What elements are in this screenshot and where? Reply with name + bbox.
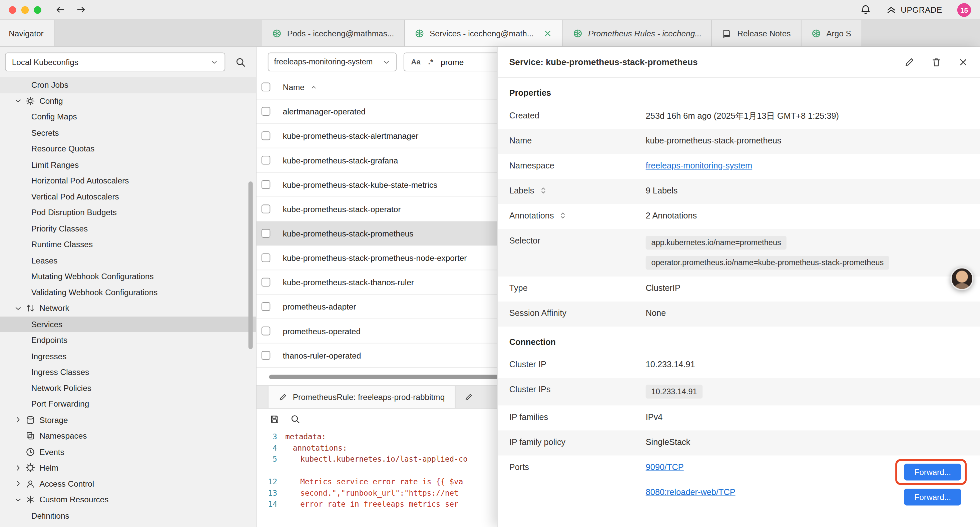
row-checkbox[interactable] — [261, 204, 270, 213]
namespace-link[interactable]: freeleaps-monitoring-system — [646, 161, 752, 170]
row-checkbox[interactable] — [261, 302, 270, 311]
maximize-window-button[interactable] — [34, 6, 41, 14]
property-value: 10.233.14.91 — [646, 385, 969, 399]
editor-tab-prometheusrule[interactable]: PrometheusRule: freeleaps-prod-rabbitmq — [268, 386, 455, 408]
sidebar-item-namespaces[interactable]: Namespaces — [0, 428, 256, 444]
name-column-header[interactable]: Name — [283, 83, 305, 92]
close-drawer-icon[interactable] — [958, 57, 969, 67]
sidebar-item-network-policies[interactable]: Network Policies — [0, 380, 256, 396]
sidebar-search-icon[interactable] — [235, 57, 246, 67]
edit-icon[interactable] — [904, 57, 915, 67]
property-value: 2 Annotations — [646, 211, 969, 220]
line-number: 4 — [256, 442, 285, 454]
forward-icon[interactable] — [76, 4, 86, 15]
sidebar-item-priority-classes[interactable]: Priority Classes — [0, 220, 256, 236]
line-number: 3 — [256, 431, 285, 442]
editor-search-icon[interactable] — [290, 414, 300, 424]
sidebar-item-vertical-pod-autoscalers[interactable]: Vertical Pod Autoscalers — [0, 189, 256, 205]
sidebar-item-config-maps[interactable]: Config Maps — [0, 109, 256, 125]
close-icon[interactable] — [543, 29, 552, 38]
sidebar-item-pod-disruption-budgets[interactable]: Pod Disruption Budgets — [0, 204, 256, 220]
sidebar-item-limit-ranges[interactable]: Limit Ranges — [0, 157, 256, 173]
property-list: Cluster IP10.233.14.91Cluster IPs10.233.… — [498, 353, 980, 513]
sidebar-item-mutating-webhook-configurations[interactable]: Mutating Webhook Configurations — [0, 269, 256, 285]
chevron-right-icon[interactable] — [14, 479, 22, 488]
service-name: kube-prometheus-stack-operator — [283, 204, 401, 213]
row-checkbox[interactable] — [261, 351, 270, 360]
sidebar-item-helm[interactable]: Helm — [0, 460, 256, 476]
regex-toggle[interactable]: .* — [428, 58, 433, 66]
row-checkbox[interactable] — [261, 229, 270, 238]
property-key: Session Affinity — [509, 309, 646, 318]
tab-pods-icecheng-mathmas[interactable]: Pods - icecheng@mathmas... — [262, 20, 405, 46]
close-window-button[interactable] — [9, 6, 16, 14]
row-checkbox[interactable] — [261, 107, 270, 116]
sidebar-item-ingresses[interactable]: Ingresses — [0, 348, 256, 364]
sidebar-item-ingress-classes[interactable]: Ingress Classes — [0, 364, 256, 380]
navigator-panel-tab[interactable]: Navigator — [0, 20, 55, 46]
sidebar-item-custom-resources[interactable]: Custom Resources — [0, 492, 256, 508]
port-link[interactable]: 8080:reloader-web/TCP — [646, 487, 735, 497]
chevron-down-icon[interactable] — [14, 96, 22, 105]
row-checkbox[interactable] — [261, 131, 270, 140]
tab-strip: Pods - icecheng@mathmas...Services - ice… — [262, 20, 980, 46]
row-checkbox[interactable] — [261, 326, 270, 335]
sort-toggle-icon[interactable] — [539, 186, 547, 194]
kubeconfig-selector[interactable]: Local Kubeconfigs — [5, 53, 225, 72]
chevron-down-icon[interactable] — [14, 304, 22, 312]
sidebar-item-endpoints[interactable]: Endpoints — [0, 332, 256, 348]
delete-icon[interactable] — [931, 57, 942, 67]
upgrade-button[interactable]: UPGRADE — [886, 4, 942, 15]
row-checkbox[interactable] — [261, 180, 270, 189]
sidebar-item-validating-webhook-configurations[interactable]: Validating Webhook Configurations — [0, 285, 256, 301]
code-text — [285, 465, 300, 476]
sort-ascending-icon[interactable] — [310, 83, 317, 91]
sidebar-item-label: Ingresses — [31, 352, 67, 361]
row-checkbox[interactable] — [261, 253, 270, 262]
access-icon — [26, 479, 35, 488]
forward-button[interactable]: Forward... — [904, 463, 961, 480]
row-checkbox[interactable] — [261, 156, 270, 164]
port-link[interactable]: 9090/TCP — [646, 462, 684, 471]
select-all-checkbox[interactable] — [261, 83, 270, 91]
tab-prometheus-rules-icecheng[interactable]: Prometheus Rules - icecheng... — [563, 20, 712, 46]
row-checkbox[interactable] — [261, 278, 270, 287]
sort-toggle-icon[interactable] — [559, 212, 567, 220]
back-icon[interactable] — [55, 4, 66, 15]
sidebar-item-resource-quotas[interactable]: Resource Quotas — [0, 141, 256, 157]
tab-services-icecheng-math[interactable]: Services - icecheng@math... — [405, 20, 563, 46]
editor-tab-partial[interactable] — [455, 386, 482, 408]
chevron-right-icon[interactable] — [14, 463, 22, 472]
content-area: Local Kubeconfigs Cron JobsConfigConfig … — [0, 47, 980, 527]
save-icon[interactable] — [269, 414, 280, 424]
sidebar-item-services[interactable]: Services — [0, 316, 256, 332]
sidebar-item-network[interactable]: Network — [0, 300, 256, 316]
sidebar-scrollbar[interactable] — [248, 182, 253, 349]
sidebar-item-label: Cron Jobs — [31, 80, 68, 90]
avatar[interactable] — [950, 267, 973, 290]
namespace-filter[interactable]: freeleaps-monitoring-system — [268, 53, 396, 72]
notifications-bell-icon[interactable] — [860, 4, 870, 15]
value-chip: app.kubernetes.io/name=prometheus — [646, 236, 787, 250]
property-value: ClusterIP — [646, 283, 969, 293]
sidebar-item-secrets[interactable]: Secrets — [0, 125, 256, 141]
tab-release-notes[interactable]: Release Notes — [712, 20, 801, 46]
sidebar-item-events[interactable]: Events — [0, 444, 256, 460]
sidebar-item-access-control[interactable]: Access Control — [0, 476, 256, 492]
sidebar-item-leases[interactable]: Leases — [0, 253, 256, 269]
tab-argo-s[interactable]: Argo S — [801, 20, 862, 46]
chevron-right-icon[interactable] — [14, 416, 22, 424]
sidebar-item-definitions[interactable]: Definitions — [0, 508, 256, 524]
sidebar-item-runtime-classes[interactable]: Runtime Classes — [0, 236, 256, 253]
sidebar-item-storage[interactable]: Storage — [0, 412, 256, 428]
sidebar-item-horizontal-pod-autoscalers[interactable]: Horizontal Pod Autoscalers — [0, 173, 256, 189]
property-row-session-affinity: Session AffinityNone — [498, 301, 980, 326]
match-case-toggle[interactable]: Aa — [411, 58, 421, 66]
sidebar-item-cron-jobs[interactable]: Cron Jobs — [0, 77, 256, 93]
forward-button[interactable]: Forward... — [904, 488, 961, 505]
chevron-down-icon[interactable] — [14, 495, 22, 504]
notification-count-badge[interactable]: 15 — [957, 3, 971, 16]
sidebar-item-port-forwarding[interactable]: Port Forwarding — [0, 396, 256, 412]
sidebar-item-config[interactable]: Config — [0, 93, 256, 109]
minimize-window-button[interactable] — [21, 6, 29, 14]
